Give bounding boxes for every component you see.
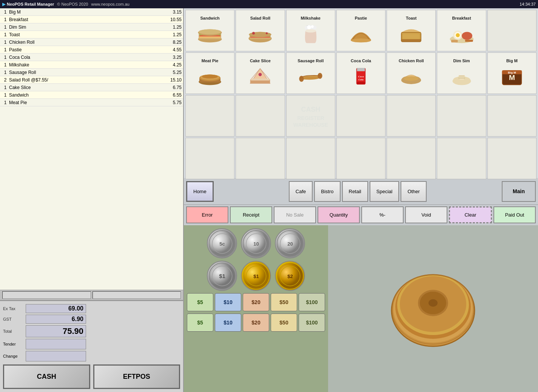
coin-5c[interactable]: 5c <box>207 228 237 258</box>
main-display: Main <box>502 181 536 202</box>
receipt-button[interactable]: Receipt <box>230 206 272 223</box>
selected-product-display <box>384 267 482 350</box>
order-item-name: Milkshake <box>9 62 159 68</box>
product-milkshake[interactable]: Milkshake <box>286 10 335 51</box>
coin-dollar2[interactable]: $2 <box>275 261 305 291</box>
order-row[interactable]: 1 Meat Pie 5.75 <box>0 99 183 106</box>
app-name: NeoPOS Retail Manager <box>7 2 54 6</box>
order-row[interactable]: 1 Cake Slice 6.75 <box>0 84 183 91</box>
order-row[interactable]: 1 Big M 3.15 <box>0 8 183 16</box>
order-input-right[interactable] <box>92 291 181 299</box>
product-empty-r0c6 <box>487 10 536 51</box>
order-row[interactable]: 1 Sausage Roll 5.25 <box>0 69 183 76</box>
bottom-left: Ex Tax 69.00 GST 6.90 Total 75.90 Tender… <box>0 300 183 392</box>
order-row[interactable]: 1 Coca Cola 3.25 <box>0 54 183 61</box>
order-qty: 1 <box>2 55 9 60</box>
order-qty: 2 <box>2 77 9 83</box>
clear-button[interactable]: Clear <box>449 206 492 223</box>
product-empty-r3c1 <box>236 138 285 179</box>
copyright: © NeoPOS 2020 <box>57 2 88 6</box>
nosale-button[interactable]: No Sale <box>274 206 316 223</box>
eftpos-button[interactable]: EFTPOS <box>93 364 180 389</box>
order-price: 1.25 <box>159 25 182 30</box>
svg-point-6 <box>199 29 221 34</box>
quantity-button[interactable]: Quantity <box>318 206 360 223</box>
product-big-m[interactable]: Big M M Big M <box>487 52 536 94</box>
total-value: 75.90 <box>26 325 86 337</box>
svg-point-18 <box>311 25 314 28</box>
product-empty-r2c4 <box>387 95 436 137</box>
order-qty: 1 <box>2 32 9 37</box>
order-row[interactable]: 1 Sandwich 6.55 <box>0 91 183 99</box>
note-5[interactable]: $5 <box>187 293 213 311</box>
product-salad-roll[interactable]: Salad Roll <box>236 10 285 51</box>
product-meat-pie[interactable]: Meat Pie <box>185 52 234 94</box>
product-pastie[interactable]: Pastie <box>336 10 385 51</box>
product-coca-cola[interactable]: Coca Cola Coca Cola <box>336 52 385 94</box>
svg-point-13 <box>266 32 268 34</box>
category-home-button[interactable]: Home <box>186 181 214 202</box>
category-retail-button[interactable]: Retail <box>342 181 368 202</box>
order-row[interactable]: 1 Chicken Roll 8.25 <box>0 38 183 46</box>
total-row: Total 75.90 <box>3 325 180 337</box>
product-breakfast[interactable]: Breakfast <box>437 10 486 51</box>
cash-button[interactable]: CASH <box>3 364 90 389</box>
order-qty: 1 <box>2 25 9 30</box>
app-logo: ▶ NeoPOS Retail Manager <box>2 2 54 7</box>
order-qty: 1 <box>2 40 9 45</box>
order-row[interactable]: 1 Pastie 4.55 <box>0 46 183 54</box>
note-10[interactable]: $10 <box>215 293 241 311</box>
svg-text:Coca: Coca <box>358 75 364 78</box>
svg-point-19 <box>351 38 371 43</box>
note-20[interactable]: $20 <box>243 293 269 311</box>
coin-dollar1[interactable]: $1 <box>207 261 237 291</box>
order-item-name: Coca Cola <box>9 55 159 60</box>
category-other-button[interactable]: Other <box>401 181 427 202</box>
product-toast[interactable]: Toast <box>387 10 436 51</box>
order-qty: 1 <box>2 92 9 98</box>
svg-point-11 <box>249 32 272 37</box>
error-button[interactable]: Error <box>186 206 228 223</box>
app-icon: ▶ <box>2 2 5 7</box>
product-sausage-roll[interactable]: Sausage Roll <box>286 52 335 94</box>
category-cafe-button[interactable]: Cafe <box>289 181 313 202</box>
note-50-alt[interactable]: $50 <box>271 314 297 332</box>
category-special-button[interactable]: Special <box>370 181 399 202</box>
product-cake-slice[interactable]: Cake Slice <box>236 52 285 94</box>
void-button[interactable]: Void <box>405 206 447 223</box>
order-row[interactable]: 1 Breakfast 10.55 <box>0 16 183 23</box>
order-item-name: Sandwich <box>9 92 159 98</box>
note-5-alt[interactable]: $5 <box>187 314 213 332</box>
tender-input[interactable] <box>26 339 86 349</box>
svg-text:5c: 5c <box>219 241 225 247</box>
order-item-name: Salad Roll @$7.55/ <box>9 77 159 83</box>
order-input-left[interactable] <box>2 291 91 299</box>
svg-text:$2: $2 <box>287 274 293 279</box>
order-row[interactable]: 2 Salad Roll @$7.55/ 15.10 <box>0 76 183 84</box>
product-chicken-roll[interactable]: Chicken Roll <box>387 52 436 94</box>
svg-rect-32 <box>465 40 473 42</box>
product-dim-sim[interactable]: Dim Sim <box>437 52 486 94</box>
product-sandwich[interactable]: Sandwich <box>185 10 234 51</box>
coin-20c[interactable]: 20 <box>275 228 305 258</box>
note-100[interactable]: $100 <box>299 293 325 311</box>
svg-point-51 <box>404 76 419 80</box>
note-50[interactable]: $50 <box>271 293 297 311</box>
order-row[interactable]: 1 Toast 1.25 <box>0 31 183 38</box>
paidout-button[interactable]: Paid Out <box>493 206 536 223</box>
svg-rect-24 <box>401 39 421 42</box>
order-row[interactable]: 1 Milkshake 4.25 <box>0 61 183 69</box>
order-row[interactable]: 1 Dim Sim 1.25 <box>0 23 183 31</box>
order-qty: 1 <box>2 85 9 90</box>
coin-dollar1-gold[interactable]: $1 <box>241 261 271 291</box>
percent-button[interactable]: %- <box>361 206 404 223</box>
svg-rect-45 <box>357 68 365 71</box>
order-qty: 1 <box>2 62 9 68</box>
svg-text:$1: $1 <box>219 273 225 279</box>
note-100-alt[interactable]: $100 <box>299 314 325 332</box>
note-20-alt[interactable]: $20 <box>243 314 269 332</box>
coin-10c[interactable]: 10 <box>241 228 271 258</box>
category-bistro-button[interactable]: Bistro <box>314 181 340 202</box>
order-table[interactable]: 1 Big M 3.15 1 Breakfast 10.55 1 Dim Sim… <box>0 8 183 290</box>
note-10-alt[interactable]: $10 <box>215 314 241 332</box>
